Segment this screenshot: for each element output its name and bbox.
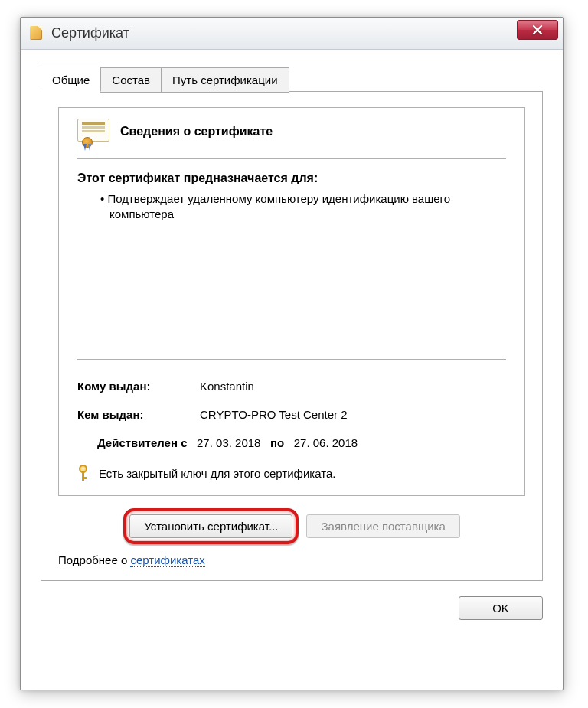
cert-purpose-section: Этот сертификат предназначается для: Под…: [77, 171, 506, 223]
issued-to-label: Кому выдан:: [77, 380, 200, 393]
issued-to-value: Konstantin: [200, 380, 254, 393]
tab-cert-path[interactable]: Путь сертификации: [161, 67, 289, 93]
tab-details[interactable]: Состав: [100, 67, 162, 93]
tab-general[interactable]: Общие: [41, 67, 101, 92]
dialog-footer: OK: [41, 596, 543, 620]
tab-panel-general: Сведения о сертификате Этот сертификат п…: [41, 91, 543, 581]
learn-more-row: Подробнее о сертификатах: [58, 553, 525, 566]
cert-purpose-item: Подтверждает удаленному компьютеру идент…: [100, 191, 506, 223]
action-row: Установить сертификат... Заявление поста…: [58, 508, 525, 544]
window-title: Сертификат: [51, 25, 563, 41]
tab-strip: Общие Состав Путь сертификации: [41, 67, 543, 92]
install-certificate-button[interactable]: Установить сертификат...: [129, 514, 292, 538]
divider: [77, 359, 506, 360]
private-key-message: Есть закрытый ключ для этого сертификата…: [99, 467, 335, 480]
divider: [77, 158, 506, 159]
close-button[interactable]: [517, 20, 558, 40]
issued-by-row: Кем выдан: CRYPTO-PRO Test Center 2: [77, 408, 506, 421]
valid-from-value: 27. 03. 2018: [197, 436, 260, 449]
valid-to-value: 27. 06. 2018: [294, 436, 358, 449]
ok-button[interactable]: OK: [459, 596, 543, 620]
install-highlight: Установить сертификат...: [123, 508, 299, 544]
valid-to-label: по: [270, 436, 284, 449]
validity-row: Действителен с 27. 03. 2018 по 27. 06. 2…: [97, 436, 506, 449]
private-key-row: Есть закрытый ключ для этого сертификата…: [79, 465, 506, 481]
issuer-statement-button[interactable]: Заявление поставщика: [306, 514, 459, 538]
issued-to-row: Кому выдан: Konstantin: [77, 380, 506, 393]
certificate-dialog: Сертификат Общие Состав Путь сертификаци…: [20, 17, 564, 690]
issued-by-label: Кем выдан:: [77, 408, 200, 421]
cert-purpose-heading: Этот сертификат предназначается для:: [77, 171, 506, 185]
titlebar: Сертификат: [21, 18, 563, 50]
issued-by-value: CRYPTO-PRO Test Center 2: [200, 408, 348, 421]
cert-header: Сведения о сертификате: [77, 119, 506, 145]
cert-fields: Кому выдан: Konstantin Кем выдан: CRYPTO…: [77, 370, 506, 481]
valid-from-label: Действителен с: [97, 436, 188, 449]
dialog-body: Общие Состав Путь сертификации Сведения …: [21, 50, 563, 637]
learn-more-link[interactable]: сертификатах: [130, 553, 204, 567]
learn-more-prefix: Подробнее о: [58, 553, 130, 566]
key-icon: [79, 465, 91, 481]
cert-info-frame: Сведения о сертификате Этот сертификат п…: [58, 107, 525, 496]
certificate-titlebar-icon: [30, 26, 45, 41]
certificate-icon: [77, 119, 109, 145]
cert-info-title: Сведения о сертификате: [120, 125, 273, 139]
close-icon: [532, 24, 543, 35]
